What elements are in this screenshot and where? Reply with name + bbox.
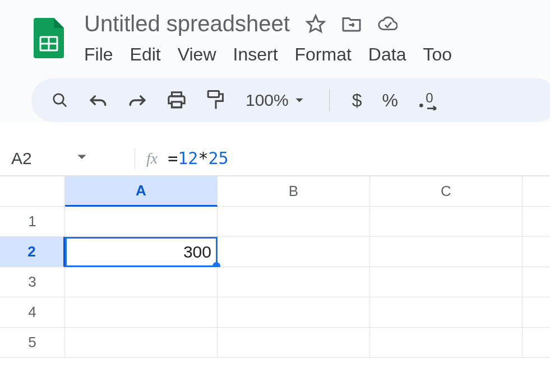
cell-c5[interactable] (370, 328, 523, 358)
row-header-4[interactable]: 4 (0, 297, 65, 328)
svg-marker-3 (307, 16, 324, 32)
print-icon[interactable] (167, 88, 186, 112)
zoom-dropdown[interactable]: 100% (246, 88, 307, 112)
redo-icon[interactable] (128, 88, 147, 112)
decrease-decimal-icon[interactable]: 0 (418, 88, 441, 112)
cell-a1[interactable] (65, 207, 218, 237)
cell-c4[interactable] (370, 297, 523, 328)
cell-b1[interactable] (218, 207, 370, 237)
chevron-down-icon (292, 93, 307, 108)
svg-rect-7 (172, 102, 182, 108)
cell-c3[interactable] (370, 267, 523, 297)
formula-n1: 12 (178, 148, 198, 168)
cell-d2[interactable] (523, 237, 550, 267)
row-header-5[interactable]: 5 (0, 328, 65, 358)
star-icon[interactable] (306, 14, 326, 34)
cell-d1[interactable] (523, 207, 550, 237)
menu-edit[interactable]: Edit (130, 44, 161, 65)
svg-line-5 (62, 102, 67, 107)
svg-text:0: 0 (426, 90, 433, 105)
svg-point-4 (54, 94, 64, 104)
menubar: File Edit View Insert Format Data Too (84, 44, 539, 65)
formula-op: * (198, 148, 208, 168)
cell-d3[interactable] (523, 267, 550, 297)
format-currency-button[interactable]: $ (352, 88, 362, 112)
paint-format-icon[interactable] (206, 88, 225, 112)
menu-insert[interactable]: Insert (233, 44, 278, 65)
cell-a5[interactable] (65, 328, 218, 358)
cell-b5[interactable] (218, 328, 370, 358)
menu-tools[interactable]: Too (423, 44, 452, 65)
search-icon[interactable] (52, 88, 68, 112)
menu-file[interactable]: File (84, 44, 113, 65)
col-header-b[interactable]: B (218, 176, 370, 207)
cell-d4[interactable] (523, 297, 550, 328)
formula-bar-separator (135, 148, 135, 169)
toolbar-separator (329, 89, 330, 111)
app-header: Untitled spreadsheet (0, 0, 550, 122)
move-folder-icon[interactable] (341, 14, 362, 34)
cell-b3[interactable] (218, 267, 370, 297)
spreadsheet-grid: 1 2 3 4 5 A B C 300 (0, 176, 550, 358)
sheets-logo-icon[interactable] (34, 18, 64, 58)
cell-d5[interactable] (523, 328, 550, 358)
cell-c1[interactable] (370, 207, 523, 237)
cell-c2[interactable] (370, 237, 523, 267)
undo-icon[interactable] (89, 88, 108, 112)
fx-label: fx (146, 150, 158, 167)
formula-eq: = (168, 148, 178, 168)
menu-view[interactable]: View (178, 44, 216, 65)
zoom-value: 100% (246, 91, 289, 110)
col-header-c[interactable]: C (370, 176, 523, 207)
cell-b4[interactable] (218, 297, 370, 328)
cloud-saved-icon[interactable] (377, 14, 398, 34)
format-percent-button[interactable]: % (382, 88, 398, 112)
row-header-2[interactable]: 2 (0, 237, 65, 267)
title-row: Untitled spreadsheet (0, 6, 550, 68)
name-box-value: A2 (11, 149, 32, 168)
formula-n2: 25 (208, 148, 228, 168)
cell-a3[interactable] (65, 267, 218, 297)
cell-a4[interactable] (65, 297, 218, 328)
col-header-a[interactable]: A (65, 176, 218, 207)
svg-point-9 (419, 104, 423, 108)
chevron-down-icon[interactable] (77, 152, 87, 164)
col-header-d[interactable] (523, 176, 550, 207)
toolbar: 100% $ % 0 (31, 78, 550, 122)
row-header-3[interactable]: 3 (0, 267, 65, 297)
select-all-corner[interactable] (0, 176, 65, 207)
menu-format[interactable]: Format (295, 44, 352, 65)
row-header-1[interactable]: 1 (0, 207, 65, 237)
formula-bar: A2 fx =12*25 (0, 141, 550, 176)
svg-rect-8 (208, 91, 219, 97)
name-box[interactable]: A2 (11, 149, 123, 168)
cell-b2[interactable] (218, 237, 370, 267)
menu-data[interactable]: Data (368, 44, 406, 65)
formula-input[interactable]: =12*25 (168, 148, 228, 168)
document-title[interactable]: Untitled spreadsheet (84, 11, 290, 36)
cell-a2[interactable]: 300 (65, 237, 218, 267)
